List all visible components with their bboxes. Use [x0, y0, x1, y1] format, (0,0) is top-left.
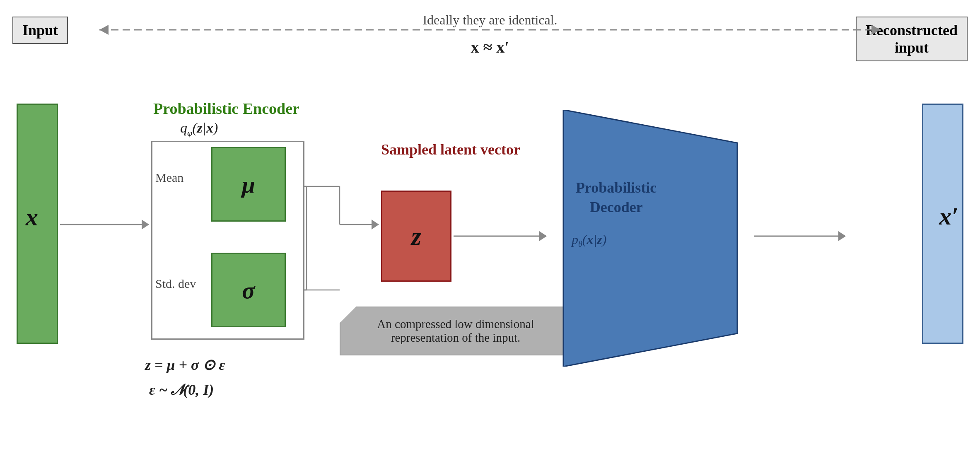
x-prime-label: x′ [939, 202, 958, 231]
svg-marker-11 [372, 220, 379, 229]
mu-box: μ [211, 147, 286, 222]
svg-marker-4 [142, 220, 149, 229]
ideally-text: Ideally they are identical. [422, 12, 557, 28]
input-box: Input [12, 17, 68, 44]
epsilon-formula: ε ~ 𝒩(0, I) [149, 381, 214, 398]
reconstructed-box: Reconstructedinput [856, 17, 968, 61]
approx-equation: x ≈ x′ [471, 37, 509, 57]
x-label: x [26, 203, 38, 232]
z-label: z [411, 222, 421, 251]
arrows-svg [0, 0, 980, 454]
encoder-label: Probabilistic Encoder [153, 99, 299, 118]
reconstructed-label: Reconstructedinput [866, 22, 958, 56]
stddev-label: Std. dev [155, 277, 196, 291]
input-label: Input [22, 22, 58, 39]
svg-marker-16 [838, 231, 846, 241]
svg-marker-14 [539, 231, 547, 241]
svg-marker-1 [99, 25, 109, 35]
callout-text: An compressed low dimensionalrepresentat… [377, 317, 534, 344]
sampled-label: Sampled latent vector [381, 141, 520, 159]
callout-box: An compressed low dimensionalrepresentat… [340, 307, 572, 355]
decoder-formula: pθ(x|z) [572, 232, 606, 249]
mean-label: Mean [155, 171, 183, 185]
z-box: z [381, 191, 451, 282]
diagram-container: Input Reconstructedinput Ideally they ar… [0, 0, 980, 454]
decoder-label: ProbabilisticDecoder [576, 178, 657, 217]
sigma-label: σ [242, 276, 255, 304]
sigma-box: σ [211, 253, 286, 327]
encoder-formula: qφ(z|x) [180, 120, 218, 138]
reparam-formula: z = μ + σ ⊙ ε [145, 356, 225, 374]
mu-label: μ [242, 171, 255, 198]
